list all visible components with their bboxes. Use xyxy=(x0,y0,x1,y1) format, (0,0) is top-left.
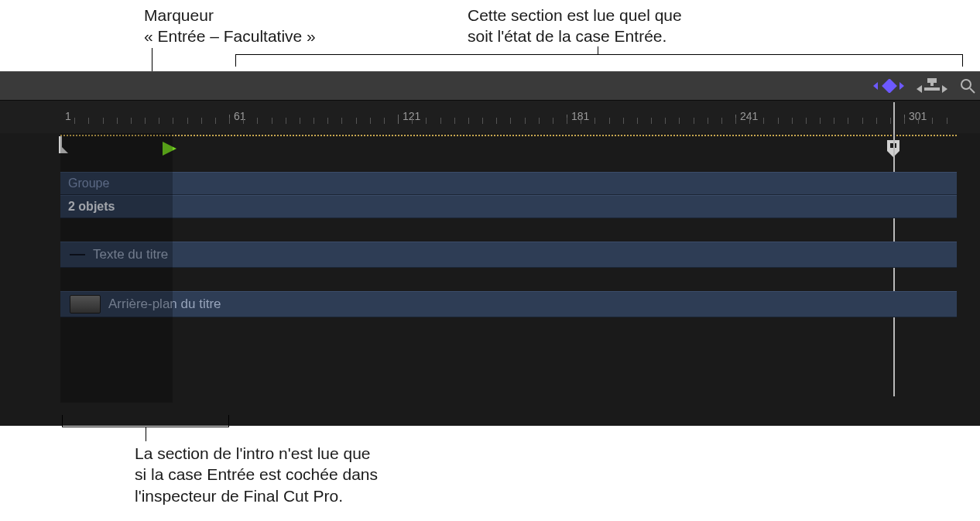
ruler-minor-tick xyxy=(932,118,933,124)
ruler-minor-tick xyxy=(525,118,526,124)
ruler-minor-tick xyxy=(272,118,272,124)
svg-marker-5 xyxy=(917,85,922,93)
callout-played-section: Cette section est lue quel que soit l'ét… xyxy=(468,5,682,47)
ruler-minor-tick xyxy=(637,118,638,124)
ruler-minor-tick xyxy=(257,118,258,124)
ruler-minor-tick xyxy=(145,118,146,124)
timeline-toolbar xyxy=(0,71,980,101)
ruler-minor-tick xyxy=(539,118,540,124)
track-row[interactable]: Texte du titre xyxy=(60,242,957,268)
svg-rect-6 xyxy=(924,87,940,91)
group-count-label: 2 objets xyxy=(68,200,115,214)
svg-rect-1 xyxy=(882,79,897,93)
bracket-played-section xyxy=(235,54,963,67)
ruler-minor-tick xyxy=(553,118,553,124)
timeline-ruler[interactable]: 1 61 121 181 241 301 xyxy=(0,101,980,133)
timeline-span-line xyxy=(60,135,957,136)
ruler-minor-tick xyxy=(918,118,919,124)
ruler-minor-tick xyxy=(468,118,469,124)
track-row[interactable]: Arrière-plan du titre xyxy=(60,291,957,317)
ruler-minor-tick xyxy=(890,118,891,124)
ruler-minor-tick xyxy=(201,118,202,124)
svg-marker-10 xyxy=(59,136,68,153)
group-count-row[interactable]: 2 objets xyxy=(60,195,957,218)
callout-intro-section: La section de l'intro n'est lue que si l… xyxy=(135,443,378,506)
ruler-minor-tick xyxy=(792,118,793,124)
ruler-track[interactable]: 1 61 121 181 241 301 xyxy=(60,101,980,133)
ruler-minor-tick xyxy=(735,118,736,124)
bracket-intro-section xyxy=(62,415,229,427)
group-container: Groupe 2 objets xyxy=(60,172,957,218)
track-label: Texte du titre xyxy=(93,247,168,262)
ruler-minor-tick xyxy=(721,118,722,124)
ruler-minor-tick xyxy=(356,118,357,124)
svg-line-9 xyxy=(970,88,975,93)
ruler-minor-tick xyxy=(131,118,132,124)
ruler-minor-tick xyxy=(215,118,216,124)
ruler-minor-tick xyxy=(314,118,314,124)
ruler-minor-tick xyxy=(834,118,834,124)
clip-nav-icon[interactable] xyxy=(917,78,947,94)
ruler-minor-tick xyxy=(117,118,118,124)
ruler-minor-tick xyxy=(159,118,159,124)
ruler-minor-tick xyxy=(694,118,694,124)
ruler-minor-tick xyxy=(229,118,230,124)
ruler-minor-tick xyxy=(243,118,244,124)
ruler-minor-tick xyxy=(103,118,104,124)
ruler-minor-tick xyxy=(426,118,427,124)
ruler-minor-tick xyxy=(848,118,848,124)
ruler-minor-tick xyxy=(679,118,680,124)
ruler-minor-tick xyxy=(412,118,413,124)
ruler-minor-tick xyxy=(496,118,497,124)
ruler-minor-tick xyxy=(609,118,610,124)
ruler-minor-tick xyxy=(708,118,708,124)
svg-marker-2 xyxy=(899,82,904,90)
group-header-label: Groupe xyxy=(68,177,109,190)
timeline-panel: 1 61 121 181 241 301 xyxy=(0,71,980,426)
track-label: Arrière-plan du titre xyxy=(108,296,221,312)
ruler-minor-tick xyxy=(778,118,779,124)
ruler-minor-tick xyxy=(187,118,188,124)
ruler-minor-tick xyxy=(862,118,863,124)
tracks-area: Groupe 2 objets Texte du titre Arrière-p… xyxy=(60,172,957,317)
svg-rect-4 xyxy=(930,83,934,86)
ruler-minor-tick xyxy=(510,118,511,124)
ruler-tick-label: 1 xyxy=(65,110,71,122)
ruler-minor-tick xyxy=(947,118,947,124)
callout-line xyxy=(598,46,598,55)
ruler-minor-tick xyxy=(763,118,764,124)
svg-point-8 xyxy=(961,80,971,89)
ruler-minor-tick xyxy=(286,118,286,124)
ruler-minor-tick xyxy=(806,118,807,124)
ruler-minor-tick xyxy=(300,118,300,124)
svg-rect-3 xyxy=(927,78,937,83)
group-header-row[interactable]: Groupe xyxy=(60,172,957,195)
ruler-minor-tick xyxy=(384,118,385,124)
ruler-minor-tick xyxy=(370,118,371,124)
ruler-minor-tick xyxy=(904,118,905,124)
keyframe-nav-icon[interactable] xyxy=(873,79,904,93)
ruler-minor-tick xyxy=(651,118,652,124)
ruler-tick-label: 61 xyxy=(234,110,246,122)
ruler-minor-tick xyxy=(454,118,455,124)
ruler-minor-tick xyxy=(327,118,328,124)
search-icon[interactable] xyxy=(960,78,975,94)
ruler-tick xyxy=(398,115,399,124)
ruler-minor-tick xyxy=(173,118,173,124)
project-in-marker-icon[interactable] xyxy=(59,136,70,156)
ruler-minor-tick xyxy=(623,118,624,124)
ruler-minor-tick xyxy=(341,118,342,124)
build-in-marker-icon[interactable] xyxy=(163,142,176,159)
ruler-minor-tick xyxy=(665,118,666,124)
svg-marker-11 xyxy=(163,142,176,156)
svg-marker-0 xyxy=(873,82,878,90)
ruler-minor-tick xyxy=(567,118,567,124)
text-layer-line-icon xyxy=(70,254,85,255)
ruler-minor-tick xyxy=(820,118,821,124)
callout-line xyxy=(146,427,146,441)
ruler-minor-tick xyxy=(482,118,483,124)
svg-marker-7 xyxy=(942,85,947,93)
ruler-minor-tick xyxy=(581,118,581,124)
ruler-minor-tick xyxy=(749,118,750,124)
callout-marker-in: Marqueur « Entrée – Facultative » xyxy=(144,5,316,47)
